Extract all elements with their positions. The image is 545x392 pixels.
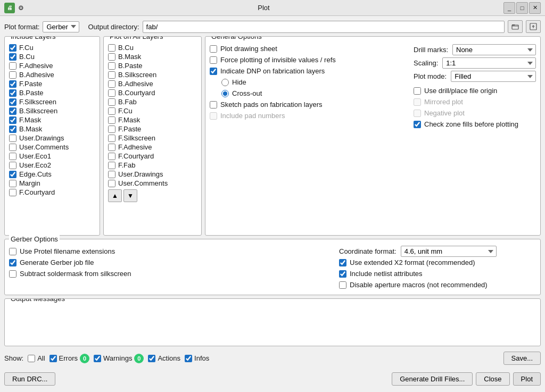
plot-layer-checkbox[interactable] bbox=[108, 126, 115, 133]
subtract-soldermask-checkbox[interactable] bbox=[9, 270, 16, 278]
plot-drawing-sheet-row: Plot drawing sheet bbox=[210, 43, 407, 54]
actions-left: Run DRC... bbox=[4, 372, 387, 386]
plot-layer-checkbox[interactable] bbox=[108, 171, 115, 178]
negative-plot-label: Negative plot bbox=[424, 109, 465, 117]
plot-layer-checkbox[interactable] bbox=[108, 62, 115, 70]
include-layer-checkbox-margin[interactable] bbox=[9, 180, 16, 187]
include-layer-checkbox-b-cu[interactable] bbox=[9, 53, 16, 61]
show-actions-checkbox[interactable] bbox=[148, 355, 155, 362]
minimize-button[interactable]: _ bbox=[503, 2, 515, 14]
plot-layer-label: F.Paste bbox=[118, 125, 141, 133]
run-drc-button[interactable]: Run DRC... bbox=[4, 372, 55, 386]
include-layers-title: Include Layers bbox=[9, 36, 57, 40]
move-down-button[interactable]: ▼ bbox=[123, 189, 137, 202]
include-layer-label: F.Silkscreen bbox=[19, 98, 56, 106]
include-layer-checkbox-f-courtyard[interactable] bbox=[9, 189, 16, 196]
show-warnings-checkbox[interactable] bbox=[94, 355, 101, 362]
generate-job-file-checkbox[interactable] bbox=[9, 259, 16, 266]
hide-radio[interactable] bbox=[221, 79, 229, 86]
title-bar: 🖨 ⚙ Plot _ □ ✕ bbox=[0, 0, 545, 16]
show-errors-checkbox[interactable] bbox=[49, 355, 57, 362]
use-extended-x2-label: Use extended X2 format (recommended) bbox=[350, 258, 475, 266]
mirrored-plot-checkbox[interactable] bbox=[414, 98, 421, 106]
list-item: B.Mask bbox=[9, 124, 95, 134]
plot-layer-checkbox[interactable] bbox=[108, 98, 115, 106]
output-dir-label: Output directory: bbox=[88, 23, 139, 31]
include-layer-checkbox-b-mask[interactable] bbox=[9, 126, 16, 133]
generate-drill-button[interactable]: Generate Drill Files... bbox=[392, 372, 473, 386]
plot-layer-checkbox[interactable] bbox=[108, 116, 115, 124]
go-gerber-right: Coordinate format: 4.6, unit mm Use exte… bbox=[339, 246, 536, 290]
use-drill-origin-checkbox[interactable] bbox=[414, 87, 421, 95]
include-layer-checkbox-b-adhesive[interactable] bbox=[9, 71, 16, 79]
plot-mode-select[interactable]: Filled bbox=[451, 71, 536, 82]
plot-layer-checkbox[interactable] bbox=[108, 180, 115, 187]
include-layer-checkbox-user-eco1[interactable] bbox=[9, 153, 16, 160]
plot-drawing-sheet-checkbox[interactable] bbox=[210, 45, 217, 53]
plot-layer-checkbox[interactable] bbox=[108, 107, 115, 115]
disable-aperture-checkbox[interactable] bbox=[339, 281, 346, 289]
include-layers-panel: Include Layers F.CuB.CuF.AdhesiveB.Adhes… bbox=[4, 36, 100, 236]
show-all-checkbox[interactable] bbox=[28, 355, 35, 362]
format-section: Plot format: Gerber bbox=[4, 21, 79, 32]
crossout-radio[interactable] bbox=[221, 90, 229, 97]
include-netlist-checkbox[interactable] bbox=[339, 270, 346, 278]
plot-all-layers-list: B.CuB.MaskB.PasteB.SilkscreenB.AdhesiveB… bbox=[108, 43, 197, 188]
drill-marks-select[interactable]: None bbox=[452, 44, 536, 55]
drill-marks-label: Drill marks: bbox=[414, 46, 448, 54]
include-layer-checkbox-f-silkscreen[interactable] bbox=[9, 98, 16, 106]
include-layer-checkbox-user-drawings[interactable] bbox=[9, 135, 16, 142]
general-options-content: Plot drawing sheet Force plotting of inv… bbox=[210, 43, 536, 130]
plot-all-layers-title: Plot on All Layers bbox=[108, 36, 164, 40]
save-button[interactable]: Save... bbox=[503, 352, 541, 365]
include-layer-label: B.Adhesive bbox=[19, 71, 54, 79]
include-layer-checkbox-user-comments[interactable] bbox=[9, 144, 16, 151]
plot-layer-checkbox[interactable] bbox=[108, 135, 115, 142]
close-button[interactable]: Close bbox=[476, 372, 509, 386]
plot-layer-checkbox[interactable] bbox=[108, 144, 115, 151]
plot-layer-checkbox[interactable] bbox=[108, 71, 115, 79]
indicate-dnp-checkbox[interactable] bbox=[210, 68, 217, 75]
move-up-button[interactable]: ▲ bbox=[108, 189, 122, 202]
list-item: F.Paste bbox=[108, 124, 197, 134]
plot-layer-checkbox[interactable] bbox=[108, 153, 115, 160]
plot-layer-checkbox[interactable] bbox=[108, 53, 115, 61]
force-plotting-checkbox[interactable] bbox=[210, 56, 217, 64]
include-layer-checkbox-f-adhesive[interactable] bbox=[9, 62, 16, 70]
open-folder-button[interactable] bbox=[526, 20, 541, 33]
include-layer-checkbox-f-cu[interactable] bbox=[9, 44, 16, 52]
check-zone-fills-label: Check zone fills before plotting bbox=[424, 120, 518, 128]
maximize-button[interactable]: □ bbox=[516, 2, 528, 14]
include-layer-checkbox-b-paste[interactable] bbox=[9, 89, 16, 97]
plot-layer-checkbox[interactable] bbox=[108, 162, 115, 169]
include-pad-numbers-label: Include pad numbers bbox=[220, 112, 285, 120]
include-layer-checkbox-user-eco2[interactable] bbox=[9, 162, 16, 169]
include-layer-checkbox-f-paste[interactable] bbox=[9, 80, 16, 88]
plot-button[interactable]: Plot bbox=[513, 372, 541, 386]
plot-layer-label: F.Fab bbox=[118, 161, 136, 169]
plot-layer-checkbox[interactable] bbox=[108, 80, 115, 88]
list-item: B.Paste bbox=[9, 88, 95, 97]
plot-format-label: Plot format: bbox=[4, 23, 39, 31]
sketch-pads-checkbox[interactable] bbox=[210, 101, 217, 109]
use-extended-x2-checkbox[interactable] bbox=[339, 259, 346, 266]
plot-format-select[interactable]: Gerber bbox=[43, 21, 79, 32]
scaling-select[interactable]: 1:1 bbox=[442, 57, 536, 69]
browse-button[interactable] bbox=[508, 20, 523, 33]
include-layer-checkbox-f-mask[interactable] bbox=[9, 116, 16, 124]
list-item: B.Adhesive bbox=[9, 70, 95, 79]
include-layer-checkbox-edge-cuts[interactable] bbox=[9, 171, 16, 178]
use-protel-checkbox[interactable] bbox=[9, 248, 16, 255]
coord-format-select[interactable]: 4.6, unit mm bbox=[401, 246, 497, 257]
output-dir-input[interactable] bbox=[143, 21, 505, 33]
plot-layer-checkbox[interactable] bbox=[108, 89, 115, 97]
close-button[interactable]: ✕ bbox=[529, 2, 541, 14]
include-pad-numbers-checkbox[interactable] bbox=[210, 112, 217, 120]
check-zone-fills-checkbox[interactable] bbox=[414, 121, 421, 128]
include-layer-checkbox-b-silkscreen[interactable] bbox=[9, 107, 16, 115]
list-item: B.Fab bbox=[108, 97, 197, 106]
show-infos-checkbox[interactable] bbox=[185, 355, 192, 362]
force-plotting-label: Force plotting of invisible values / ref… bbox=[220, 56, 336, 64]
plot-layer-checkbox[interactable] bbox=[108, 44, 115, 52]
negative-plot-checkbox[interactable] bbox=[414, 110, 421, 117]
